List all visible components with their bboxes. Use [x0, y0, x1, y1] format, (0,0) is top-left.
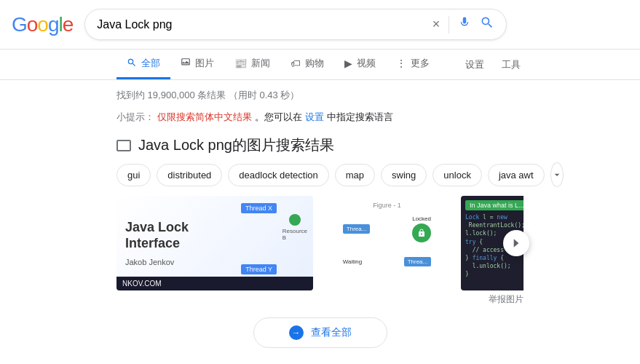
images-icon [181, 58, 191, 70]
tab-all-label: 全部 [141, 57, 160, 70]
img2-thread-box: Threa... [343, 224, 371, 234]
image-strip: Java LockInterface Jakob Jenkov Thread X… [116, 196, 524, 290]
tab-more[interactable]: ⋮ 更多 [386, 50, 440, 79]
tip-prefix: 小提示： [116, 111, 154, 124]
tip-settings-link[interactable]: 设置 [305, 111, 324, 124]
tab-shopping-label: 购物 [305, 57, 324, 70]
image-card-1[interactable]: Java LockInterface Jakob Jenkov Thread X… [116, 196, 313, 290]
chip-gui[interactable]: gui [116, 164, 151, 186]
img1-right-elements: ResourceB [283, 214, 307, 241]
img1-author: Jakob Jenkov [125, 258, 174, 266]
search-bar: × [84, 9, 507, 40]
tab-video[interactable]: ▶ 视频 [334, 50, 386, 79]
img2-content: Figure - 1 Threa... Locked Waiting Threa… [316, 196, 458, 290]
tab-all[interactable]: 全部 [116, 50, 170, 79]
tip-suffix: 。您可以在 [255, 111, 302, 124]
result-stats: 找到约 19,900,000 条结果 （用时 0.43 秒） [0, 80, 640, 111]
chip-java-awt[interactable]: java awt [488, 164, 545, 186]
search-bar-icons: × [432, 15, 495, 33]
img1-thread-x-box: Thread X [241, 203, 277, 213]
image-card-2[interactable]: Figure - 1 Threa... Locked Waiting Threa… [316, 196, 458, 290]
img2-locked-label: Locked [412, 215, 431, 222]
search-input[interactable] [97, 18, 426, 31]
chip-swing[interactable]: swing [381, 164, 427, 186]
img1-content: Java LockInterface Jakob Jenkov Thread X… [116, 196, 313, 290]
chip-unlock[interactable]: unlock [432, 164, 482, 186]
img1-resource-circle [289, 214, 301, 226]
news-icon: 📰 [234, 58, 247, 69]
report-images-link[interactable]: 举报图片 [0, 290, 640, 309]
google-logo: Google [12, 13, 73, 36]
chips-more-button[interactable] [550, 162, 564, 187]
tab-shopping[interactable]: 🏷 购物 [280, 50, 334, 79]
img2-waiting-label: Waiting [343, 258, 362, 265]
tools-button[interactable]: 工具 [499, 51, 524, 79]
image-section-title: Java Lock png的图片搜索结果 [138, 135, 334, 155]
img2-lock-circle [412, 223, 431, 242]
image-results-area: Java LockInterface Jakob Jenkov Thread X… [0, 196, 640, 290]
view-all-arrow-icon: → [289, 325, 304, 340]
img2-thread-box2: Threa... [404, 257, 432, 266]
header: Google × [0, 0, 640, 50]
video-icon: ▶ [344, 58, 352, 69]
tab-more-label: 更多 [411, 57, 430, 70]
img2-diagram: Threa... Locked [322, 209, 452, 249]
img2-fig-label: Figure - 1 [322, 202, 452, 209]
img1-thread-y-box: Thread Y [241, 264, 277, 274]
settings-button[interactable]: 设置 [462, 51, 487, 79]
chip-distributed[interactable]: distributed [157, 164, 222, 186]
image-thumb-icon [116, 140, 131, 151]
image-section-header: Java Lock png的图片搜索结果 [0, 132, 640, 162]
nav-right: 设置 工具 [462, 51, 524, 79]
search-submit-icon[interactable] [480, 15, 494, 33]
mic-icon[interactable] [458, 16, 471, 33]
tab-images-label: 图片 [195, 57, 214, 70]
view-all-button[interactable]: → 查看全部 [253, 317, 387, 348]
img1-footer: NKOV.COM [116, 277, 313, 290]
nav-tabs: 全部 图片 📰 新闻 🏷 购物 ▶ 视频 ⋮ 更多 设置 工具 [0, 50, 640, 80]
chips-row: gui distributed deadlock detection map s… [0, 162, 640, 196]
img3-header: In Java what is L... ReentrantLock() [465, 200, 524, 210]
view-all-label: 查看全部 [311, 326, 352, 339]
search-icon [127, 58, 137, 70]
chip-deadlock[interactable]: deadlock detection [228, 164, 328, 186]
tip-link-simplified-chinese[interactable]: 仅限搜索简体中文结果 [157, 111, 252, 124]
tip-bar: 小提示： 仅限搜索简体中文结果 。您可以在 设置 中指定搜索语言 [0, 111, 640, 132]
tip-suffix2: 中指定搜索语言 [327, 111, 393, 124]
img2-lock-col: Locked [412, 215, 431, 242]
tab-images[interactable]: 图片 [170, 50, 224, 79]
chip-map[interactable]: map [335, 164, 375, 186]
svg-rect-0 [182, 58, 190, 64]
tab-news[interactable]: 📰 新闻 [224, 50, 280, 79]
tab-video-label: 视频 [357, 57, 376, 70]
img2-thread-col: Threa... [343, 224, 371, 234]
divider [449, 16, 449, 33]
img1-title: Java LockInterface [125, 220, 189, 251]
clear-icon[interactable]: × [432, 17, 441, 32]
view-all-area: → 查看全部 [0, 309, 640, 357]
tab-news-label: 新闻 [251, 57, 270, 70]
more-icon: ⋮ [396, 58, 406, 69]
image-next-arrow[interactable] [503, 230, 529, 256]
shopping-icon: 🏷 [291, 58, 301, 69]
img2-bottom-row: Waiting Threa... [322, 249, 452, 274]
